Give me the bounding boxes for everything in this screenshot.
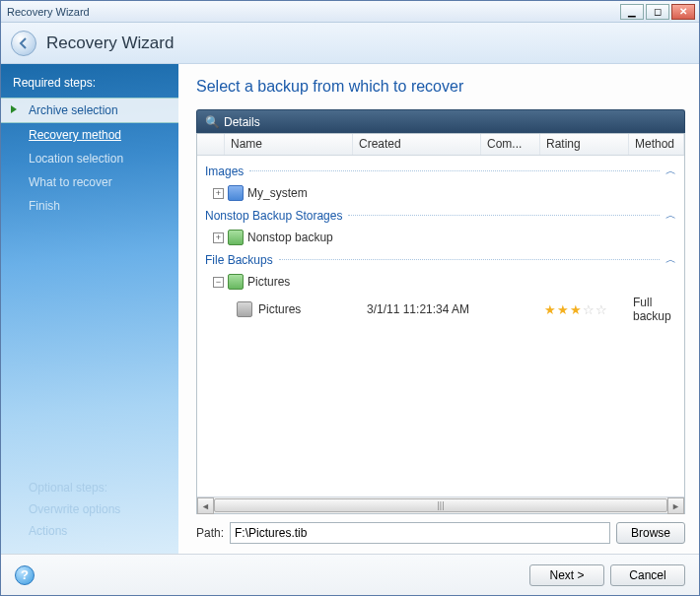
group-file-backups[interactable]: File Backups ︿ (197, 248, 684, 271)
backup-row-pictures[interactable]: Pictures 3/1/11 11:21:34 AM ★★★☆☆ Full b… (197, 293, 684, 326)
chevron-up-icon[interactable]: ︿ (665, 252, 676, 267)
col-comments[interactable]: Com... (481, 134, 540, 155)
group-images[interactable]: Images ︿ (197, 160, 684, 182)
disk-image-icon (228, 185, 244, 201)
step-location-selection[interactable]: Location selection (1, 147, 178, 170)
back-arrow-icon (18, 37, 30, 49)
browse-button[interactable]: Browse (616, 522, 685, 544)
collapse-icon[interactable]: − (213, 277, 224, 288)
col-rating[interactable]: Rating (540, 134, 629, 155)
item-label: Pictures (247, 275, 290, 289)
item-nonstop-backup[interactable]: + Nonstop backup (197, 227, 684, 248)
step-label: What to recover (29, 175, 112, 189)
details-label: Details (224, 115, 260, 129)
col-expand[interactable] (197, 134, 225, 155)
backup-list: Name Created Com... Rating Method Images… (196, 133, 685, 514)
magnify-icon: 🔍 (205, 115, 220, 129)
cancel-button[interactable]: Cancel (610, 564, 685, 586)
cell-method: Full backup (633, 296, 684, 323)
path-input[interactable] (230, 522, 610, 544)
optional-heading: Optional steps: (13, 477, 167, 498)
step-label: Location selection (29, 152, 123, 166)
sidebar: Required steps: Archive selection Recove… (1, 64, 178, 554)
path-row: Path: Browse (196, 522, 685, 544)
wizard-footer: ? Next > Cancel (1, 554, 699, 595)
step-finish[interactable]: Finish (1, 194, 178, 218)
scroll-thumb[interactable]: ||| (214, 498, 667, 512)
item-label: My_system (247, 186, 308, 200)
minimize-button[interactable]: ▁ (620, 4, 644, 20)
nonstop-icon (228, 230, 244, 245)
cell-rating[interactable]: ★★★☆☆ (544, 302, 633, 317)
item-my-system[interactable]: + My_system (197, 182, 684, 204)
sidebar-optional: Optional steps: Overwrite options Action… (1, 477, 178, 542)
step-label: Archive selection (29, 103, 118, 117)
scroll-right-icon[interactable]: ► (667, 497, 684, 514)
col-method[interactable]: Method (629, 134, 684, 155)
item-label: Nonstop backup (247, 231, 333, 244)
help-button[interactable]: ? (15, 565, 35, 585)
list-body: Images ︿ + My_system Nonstop Backup Stor… (197, 156, 684, 497)
page-title: Select a backup from which to recover (196, 78, 685, 96)
group-label: Nonstop Backup Storages (205, 209, 342, 223)
titlebar-title: Recovery Wizard (5, 6, 618, 18)
chevron-up-icon[interactable]: ︿ (665, 164, 676, 178)
optional-overwrite: Overwrite options (13, 498, 167, 520)
group-divider (279, 259, 660, 260)
step-archive-selection[interactable]: Archive selection (1, 98, 178, 123)
step-recovery-method[interactable]: Recovery method (1, 123, 178, 147)
scroll-left-icon[interactable]: ◄ (197, 497, 214, 514)
group-divider (348, 215, 660, 216)
group-nonstop[interactable]: Nonstop Backup Storages ︿ (197, 204, 684, 227)
chevron-up-icon[interactable]: ︿ (665, 208, 676, 223)
group-label: Images (205, 165, 244, 178)
next-button[interactable]: Next > (529, 564, 604, 586)
details-toolbar[interactable]: 🔍 Details (196, 109, 685, 133)
wizard-body: Required steps: Archive selection Recove… (1, 64, 699, 554)
backup-file-icon (237, 301, 252, 317)
recovery-wizard-window: Recovery Wizard ▁ ◻ ✕ Recovery Wizard Re… (0, 0, 700, 596)
wizard-header: Recovery Wizard (1, 23, 699, 64)
item-pictures-folder[interactable]: − Pictures (197, 271, 684, 293)
optional-actions: Actions (13, 520, 167, 542)
col-created[interactable]: Created (353, 134, 481, 155)
expand-icon[interactable]: + (213, 232, 224, 243)
sidebar-heading: Required steps: (1, 76, 178, 98)
expand-icon[interactable]: + (213, 188, 224, 199)
group-divider (249, 170, 660, 171)
close-button[interactable]: ✕ (671, 4, 695, 20)
group-label: File Backups (205, 253, 273, 267)
step-what-to-recover[interactable]: What to recover (1, 170, 178, 194)
back-button[interactable] (11, 31, 36, 56)
wizard-title: Recovery Wizard (46, 33, 174, 53)
cell-name: Pictures (258, 302, 367, 316)
column-headers: Name Created Com... Rating Method (197, 134, 684, 156)
backup-folder-icon (228, 274, 244, 290)
step-label: Recovery method (29, 128, 121, 142)
titlebar: Recovery Wizard ▁ ◻ ✕ (1, 1, 699, 23)
horizontal-scrollbar[interactable]: ◄ ||| ► (197, 497, 684, 513)
step-label: Finish (29, 199, 60, 213)
col-name[interactable]: Name (225, 134, 353, 155)
cell-created: 3/1/11 11:21:34 AM (367, 302, 534, 316)
path-label: Path: (196, 526, 224, 540)
maximize-button[interactable]: ◻ (646, 4, 669, 20)
main-panel: Select a backup from which to recover 🔍 … (178, 64, 699, 554)
